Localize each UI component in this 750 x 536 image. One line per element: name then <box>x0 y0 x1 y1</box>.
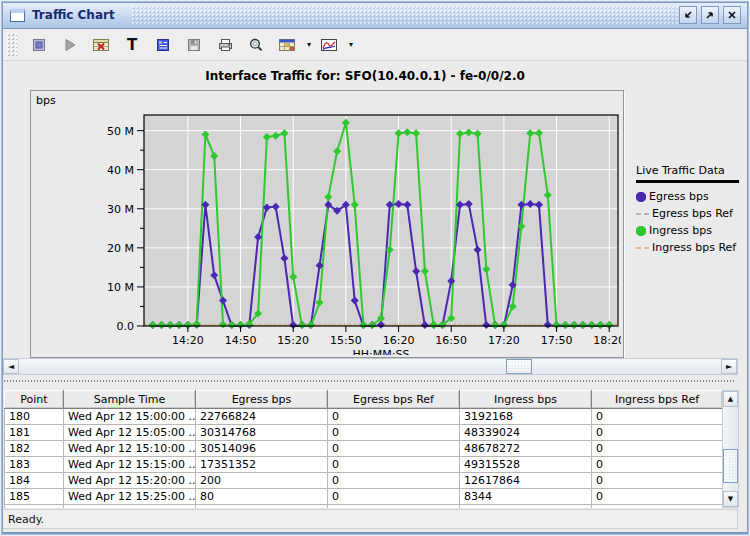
table-cell[interactable]: 183 <box>5 457 64 473</box>
table-cell[interactable]: Wed Apr 12 15:15:00 ... <box>64 457 196 473</box>
table-cell[interactable]: 0 <box>592 489 723 505</box>
table-cell[interactable]: Wed Apr 12 15:25:00 ... <box>64 489 196 505</box>
play-icon[interactable] <box>58 33 82 57</box>
svg-text:17:20: 17:20 <box>488 334 520 347</box>
table-cell[interactable]: Wed Apr 12 15:10:00 ... <box>64 441 196 457</box>
svg-text:20 M: 20 M <box>107 242 134 255</box>
table-cell[interactable]: 0 <box>592 441 723 457</box>
table-row[interactable]: 185Wed Apr 12 15:25:00 ...80083440 <box>5 489 723 505</box>
legend-item-label: Ingress bps <box>649 224 712 237</box>
legend-item: Ingress bps <box>636 222 748 239</box>
table-cell[interactable]: 200 <box>196 473 328 489</box>
scroll-right-icon[interactable]: ► <box>721 359 737 374</box>
table-cell[interactable]: 0 <box>328 473 460 489</box>
toolbar-drag-handle[interactable] <box>7 33 17 57</box>
table-cell[interactable]: 185 <box>5 489 64 505</box>
chart-horizontal-scrollbar[interactable]: ◄ ► <box>2 358 738 375</box>
scroll-up-icon[interactable]: ▲ <box>723 391 738 407</box>
column-header-ingress-bps[interactable]: Ingress bps <box>460 391 592 409</box>
table-cell[interactable]: 7736 <box>460 505 592 509</box>
table-cell[interactable]: 0 <box>328 505 460 509</box>
table-cell[interactable]: 48678272 <box>460 441 592 457</box>
status-bar: Ready. <box>2 509 738 529</box>
table-row[interactable]: 180Wed Apr 12 15:00:00 ...22766824031921… <box>5 409 723 425</box>
horizontal-scrollbar-thumb[interactable] <box>506 359 532 374</box>
chart-type-dropdown-arrow-icon[interactable]: ▾ <box>349 40 353 49</box>
table-cell[interactable]: 8344 <box>460 489 592 505</box>
table-cell[interactable]: 0 <box>592 457 723 473</box>
scroll-down-icon[interactable]: ▼ <box>723 491 738 507</box>
pane-splitter[interactable] <box>2 377 738 386</box>
title-bar[interactable]: Traffic Chart <box>2 2 748 29</box>
svg-text:15:50: 15:50 <box>330 334 362 347</box>
scroll-left-icon[interactable]: ◄ <box>3 359 19 374</box>
titlebar-texture <box>132 6 678 24</box>
table-cell[interactable]: 0 <box>328 457 460 473</box>
table-cell[interactable]: 12617864 <box>460 473 592 489</box>
minimize-icon[interactable] <box>679 6 697 24</box>
table-cell[interactable]: 186 <box>5 505 64 509</box>
properties-icon[interactable] <box>151 33 175 57</box>
table-row[interactable]: 181Wed Apr 12 15:05:00 ...30314768048339… <box>5 425 723 441</box>
chart-type-icon[interactable] <box>317 33 341 57</box>
svg-text:17:50: 17:50 <box>541 334 573 347</box>
table-cell[interactable]: 22766824 <box>196 409 328 425</box>
table-cell[interactable]: 3192168 <box>460 409 592 425</box>
table-cell[interactable]: 48339024 <box>460 425 592 441</box>
table-row[interactable]: 183Wed Apr 12 15:15:00 ...17351352049315… <box>5 457 723 473</box>
table-cell[interactable]: 80 <box>196 505 328 509</box>
legend-title: Live Traffic Data <box>636 164 748 177</box>
table-cell[interactable]: 0 <box>592 505 723 509</box>
table-cell[interactable]: 181 <box>5 425 64 441</box>
table-cell[interactable]: 184 <box>5 473 64 489</box>
column-header-point[interactable]: Point <box>5 391 64 409</box>
maximize-icon[interactable] <box>701 6 719 24</box>
table-cell[interactable]: 80 <box>196 489 328 505</box>
table-options-icon[interactable] <box>275 33 299 57</box>
svg-text:50 M: 50 M <box>107 125 134 138</box>
text-title-icon[interactable]: T <box>120 33 144 57</box>
zoom-icon[interactable] <box>244 33 268 57</box>
column-header-sample-time[interactable]: Sample Time <box>64 391 196 409</box>
table-cell[interactable]: 182 <box>5 441 64 457</box>
table-cell[interactable]: 0 <box>592 473 723 489</box>
svg-text:10 M: 10 M <box>107 281 134 294</box>
table-cell[interactable]: 0 <box>328 425 460 441</box>
table-row[interactable]: 186Wed Apr 12 15:30:00 ...80077360 <box>5 505 723 509</box>
vertical-scrollbar-thumb[interactable] <box>723 449 738 483</box>
table-vertical-scrollbar[interactable]: ▲ ▼ <box>722 390 739 508</box>
table-cell[interactable]: 30514096 <box>196 441 328 457</box>
column-header-egress-bps[interactable]: Egress bps <box>196 391 328 409</box>
svg-text:14:20: 14:20 <box>172 334 204 347</box>
table-cell[interactable]: Wed Apr 12 15:20:00 ... <box>64 473 196 489</box>
table-cell[interactable]: 30314768 <box>196 425 328 441</box>
table-cell[interactable]: Wed Apr 12 15:30:00 ... <box>64 505 196 509</box>
print-icon[interactable] <box>213 33 237 57</box>
table-cell[interactable]: 0 <box>328 489 460 505</box>
chart-panel: bps 0.010 M20 M30 M40 M50 M14:2014:5015:… <box>30 90 624 358</box>
table-cell[interactable]: 0 <box>328 441 460 457</box>
table-cell[interactable]: 17351352 <box>196 457 328 473</box>
table-cell[interactable]: 0 <box>592 425 723 441</box>
table-cell[interactable]: 180 <box>5 409 64 425</box>
svg-text:14:50: 14:50 <box>225 334 257 347</box>
reset-chart-icon[interactable] <box>89 33 113 57</box>
save-icon[interactable] <box>182 33 206 57</box>
column-header-egress-bps-ref[interactable]: Egress bps Ref <box>328 391 460 409</box>
column-header-ingress-bps-ref[interactable]: Ingress bps Ref <box>592 391 723 409</box>
stop-icon[interactable] <box>27 33 51 57</box>
table-row[interactable]: 184Wed Apr 12 15:20:00 ...2000126178640 <box>5 473 723 489</box>
close-icon[interactable] <box>723 6 741 24</box>
legend-dot-marker <box>636 226 646 236</box>
legend-item: Ingress bps Ref <box>636 239 748 256</box>
traffic-line-chart[interactable]: 0.010 M20 M30 M40 M50 M14:2014:5015:2015… <box>31 91 621 355</box>
table-cell[interactable]: 49315528 <box>460 457 592 473</box>
table-options-dropdown-arrow-icon[interactable]: ▾ <box>307 40 311 49</box>
table-cell[interactable]: Wed Apr 12 15:05:00 ... <box>64 425 196 441</box>
svg-text:0.0: 0.0 <box>117 320 135 333</box>
table-cell[interactable]: Wed Apr 12 15:00:00 ... <box>64 409 196 425</box>
svg-text:18:20: 18:20 <box>593 334 621 347</box>
table-row[interactable]: 182Wed Apr 12 15:10:00 ...30514096048678… <box>5 441 723 457</box>
table-cell[interactable]: 0 <box>328 409 460 425</box>
table-cell[interactable]: 0 <box>592 409 723 425</box>
